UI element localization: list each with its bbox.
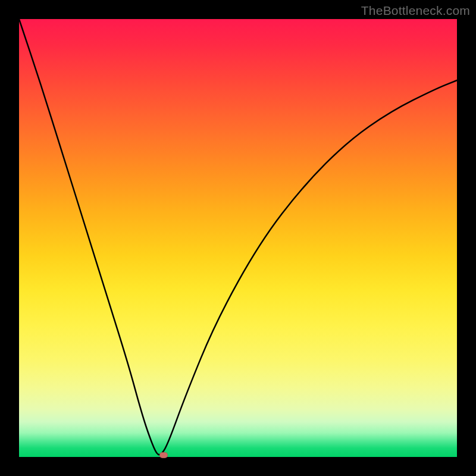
bottleneck-curve bbox=[19, 19, 457, 457]
optimum-marker bbox=[159, 452, 168, 458]
plot-area bbox=[19, 19, 457, 457]
watermark-text: TheBottleneck.com bbox=[361, 4, 470, 18]
chart-frame: TheBottleneck.com bbox=[0, 0, 476, 476]
